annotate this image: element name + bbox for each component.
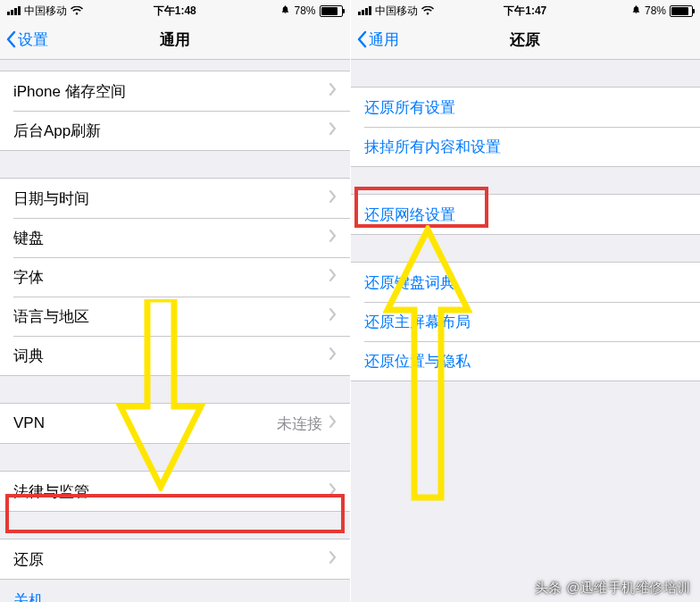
back-label: 设置 [18,29,48,50]
row-language-region[interactable]: 语言与地区 [0,297,350,336]
battery-icon [320,5,343,17]
group-reset-3: 还原键盘词典 还原主屏幕布局 还原位置与隐私 [351,262,701,381]
row-label: 还原键盘词典 [364,272,455,293]
group-reset: 还原 [0,539,350,580]
row-label: 抹掉所有内容和设置 [364,137,501,157]
group-legal: 法律与监管 [0,471,350,512]
nav-bar: 通用 还原 [351,20,701,60]
chevron-right-icon [329,121,337,139]
row-label: 还原 [13,549,44,570]
row-fonts[interactable]: 字体 [0,257,350,297]
back-label: 通用 [369,29,399,50]
row-detail: 未连接 [277,414,329,434]
row-reset[interactable]: 还原 [0,539,350,579]
group-reset-network: 还原网络设置 [351,194,701,235]
nav-title: 还原 [351,29,701,50]
phone-general: 中国移动 下午1:48 78% 设置 通用 [0,0,351,602]
row-reset-home-layout[interactable]: 还原主屏幕布局 [351,302,701,341]
row-label: 还原网络设置 [364,205,455,225]
row-background-refresh[interactable]: 后台App刷新 [0,111,350,150]
stage: 中国移动 下午1:48 78% 设置 通用 [0,0,700,602]
row-reset-keyboard-dict[interactable]: 还原键盘词典 [351,263,701,302]
row-dictionary[interactable]: 词典 [0,336,350,375]
chevron-left-icon [356,30,367,48]
phone-reset: 中国移动 下午1:47 78% 通用 还原 [351,0,701,602]
row-label: 词典 [13,346,44,366]
row-label: 还原主屏幕布局 [364,312,471,332]
chevron-right-icon [329,82,337,100]
row-label: 字体 [13,267,44,288]
content: iPhone 储存空间 后台App刷新 日期与时间 键盘 [0,71,350,602]
group-date-lang: 日期与时间 键盘 字体 语言与地区 词典 [0,178,350,376]
row-reset-network[interactable]: 还原网络设置 [351,195,701,234]
row-reset-location-privacy[interactable]: 还原位置与隐私 [351,341,701,380]
row-vpn[interactable]: VPN 未连接 [0,404,350,443]
row-label: 法律与监管 [13,481,89,502]
chevron-right-icon [329,189,337,207]
chevron-right-icon [329,550,337,568]
row-label: iPhone 储存空间 [13,81,126,102]
battery-icon [670,5,693,17]
chevron-right-icon [329,347,337,364]
chevron-right-icon [329,307,337,325]
row-label: 键盘 [13,228,44,248]
chevron-right-icon [329,482,337,500]
row-date-time[interactable]: 日期与时间 [0,179,350,218]
shutdown-label: 关机 [13,592,44,602]
row-label: 后台App刷新 [13,121,101,141]
chevron-right-icon [329,414,337,432]
nav-bar: 设置 通用 [0,20,350,60]
row-erase-all[interactable]: 抹掉所有内容和设置 [351,127,701,166]
group-vpn: VPN 未连接 [0,403,350,444]
content: 还原所有设置 抹掉所有内容和设置 还原网络设置 还原键盘词典 还原主屏幕布局 [351,87,701,381]
row-iphone-storage[interactable]: iPhone 储存空间 [0,71,350,111]
row-label: VPN [13,414,45,432]
chevron-left-icon [5,30,16,48]
row-legal[interactable]: 法律与监管 [0,472,350,511]
row-reset-all-settings[interactable]: 还原所有设置 [351,88,701,127]
row-label: 还原所有设置 [364,97,455,118]
group-storage: iPhone 储存空间 后台App刷新 [0,71,350,151]
back-button[interactable]: 通用 [351,29,399,50]
nav-title: 通用 [0,29,350,50]
row-label: 日期与时间 [13,188,89,209]
row-keyboard[interactable]: 键盘 [0,218,350,257]
status-bar: 中国移动 下午1:48 78% [0,0,350,20]
row-shutdown[interactable]: 关机 [0,580,350,602]
row-label: 还原位置与隐私 [364,351,471,372]
status-time: 下午1:48 [0,4,350,19]
status-time: 下午1:47 [351,4,701,19]
back-button[interactable]: 设置 [0,29,48,50]
row-label: 语言与地区 [13,306,89,327]
chevron-right-icon [329,229,337,247]
group-reset-1: 还原所有设置 抹掉所有内容和设置 [351,87,701,167]
status-bar: 中国移动 下午1:47 78% [351,0,701,20]
chevron-right-icon [329,268,337,286]
